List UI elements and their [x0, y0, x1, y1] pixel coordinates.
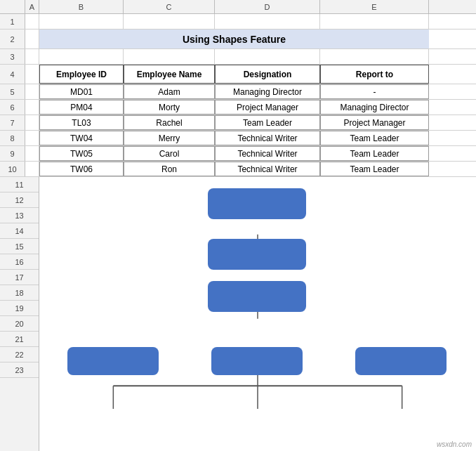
employee-name-6: Morty: [124, 100, 215, 115]
row-num-10: 10: [0, 162, 25, 176]
cell-1a: [25, 14, 39, 29]
header-employee-name: Employee Name: [124, 65, 215, 84]
row-num-6: 6: [0, 100, 25, 115]
cell-3c: [124, 49, 215, 64]
cell-2a: [25, 30, 39, 48]
report-to-5: -: [320, 84, 429, 99]
org-chart-canvas: wsxdn.com: [39, 177, 476, 451]
employee-id-9: TW05: [39, 146, 124, 161]
cell-4a: [25, 65, 39, 84]
col-header-b: B: [39, 0, 124, 13]
row-num-13: 13: [0, 208, 39, 223]
row-num-11: 11: [0, 177, 39, 192]
col-header-d: D: [215, 0, 320, 13]
row-num-23: 23: [0, 362, 39, 378]
report-to-9: Team Leader: [320, 146, 429, 161]
table-row: 10 TW06 Ron Technical Writer Team Leader: [0, 162, 476, 177]
employee-id-5: MD01: [39, 84, 124, 99]
col-header-e: E: [320, 0, 429, 13]
row-num-2: 2: [0, 30, 25, 48]
cell-3a: [25, 49, 39, 64]
spreadsheet: A B C D E 1 2 Using Shapes Feature 3 4 E…: [0, 0, 476, 451]
row-num-21: 21: [0, 332, 39, 347]
row-num-14: 14: [0, 223, 39, 239]
column-header-row: A B C D E: [0, 0, 476, 14]
cell-3e: [320, 49, 429, 64]
row-num-20: 20: [0, 316, 39, 332]
org-box-3: [208, 281, 306, 312]
table-row: 9 TW05 Carol Technical Writer Team Leade…: [0, 146, 476, 162]
cell-1c: [124, 14, 215, 29]
row-num-7: 7: [0, 115, 25, 130]
designation-7: Team Leader: [215, 115, 320, 130]
row-num-5: 5: [0, 84, 25, 99]
row-num-19: 19: [0, 301, 39, 316]
report-to-7: Project Manager: [320, 115, 429, 130]
employee-id-6: PM04: [39, 100, 124, 115]
designation-5: Managing Director: [215, 84, 320, 99]
row-num-1: 1: [0, 14, 25, 29]
title-cell: Using Shapes Feature: [39, 30, 429, 48]
table-row: 1: [0, 14, 476, 30]
row-num-header: [0, 0, 25, 13]
employee-name-9: Carol: [124, 146, 215, 161]
row-num-9: 9: [0, 146, 25, 161]
designation-9: Technical Writer: [215, 146, 320, 161]
employee-name-10: Ron: [124, 162, 215, 176]
row-num-8: 8: [0, 131, 25, 145]
row-numbers-column: 11 12 13 14 15 16 17 18 19 20 21 22 23: [0, 177, 39, 451]
report-to-10: Team Leader: [320, 162, 429, 176]
table-row: 7 TL03 Rachel Team Leader Project Manage…: [0, 115, 476, 131]
cell-7a: [25, 115, 39, 130]
org-box-1: [208, 188, 306, 219]
cell-1e: [320, 14, 429, 29]
row-num-17: 17: [0, 270, 39, 285]
table-row: 4 Employee ID Employee Name Designation …: [0, 65, 476, 84]
header-designation: Designation: [215, 65, 320, 84]
row-num-22: 22: [0, 347, 39, 362]
cell-8a: [25, 131, 39, 145]
watermark: wsxdn.com: [437, 440, 472, 448]
org-chart-area: 11 12 13 14 15 16 17 18 19 20 21 22 23: [0, 177, 476, 451]
employee-id-8: TW04: [39, 131, 124, 145]
cell-3d: [215, 49, 320, 64]
employee-name-5: Adam: [124, 84, 215, 99]
row-num-18: 18: [0, 285, 39, 301]
table-row: 2 Using Shapes Feature: [0, 30, 476, 49]
cell-1d: [215, 14, 320, 29]
org-box-4: [67, 347, 159, 375]
cell-10a: [25, 162, 39, 176]
col-header-c: C: [124, 0, 215, 13]
designation-10: Technical Writer: [215, 162, 320, 176]
table-row: 3: [0, 49, 476, 65]
table-row: 5 MD01 Adam Managing Director -: [0, 84, 476, 100]
cell-6a: [25, 100, 39, 115]
cell-5a: [25, 84, 39, 99]
header-report-to: Report to: [320, 65, 429, 84]
designation-6: Project Manager: [215, 100, 320, 115]
employee-id-7: TL03: [39, 115, 124, 130]
cell-1b: [39, 14, 124, 29]
designation-8: Technical Writer: [215, 131, 320, 145]
report-to-6: Managing Director: [320, 100, 429, 115]
cell-9a: [25, 146, 39, 161]
org-box-2: [208, 239, 306, 270]
row-num-15: 15: [0, 239, 39, 254]
header-employee-id: Employee ID: [39, 65, 124, 84]
table-row: 6 PM04 Morty Project Manager Managing Di…: [0, 100, 476, 115]
row-num-4: 4: [0, 65, 25, 84]
employee-id-10: TW06: [39, 162, 124, 176]
org-box-5: [211, 347, 303, 375]
col-header-a: A: [25, 0, 39, 13]
row-num-3: 3: [0, 49, 25, 64]
cell-3b: [39, 49, 124, 64]
report-to-8: Team Leader: [320, 131, 429, 145]
table-row: 8 TW04 Merry Technical Writer Team Leade…: [0, 131, 476, 146]
employee-name-7: Rachel: [124, 115, 215, 130]
row-num-16: 16: [0, 254, 39, 270]
org-box-6: [355, 347, 447, 375]
row-num-12: 12: [0, 192, 39, 208]
employee-name-8: Merry: [124, 131, 215, 145]
